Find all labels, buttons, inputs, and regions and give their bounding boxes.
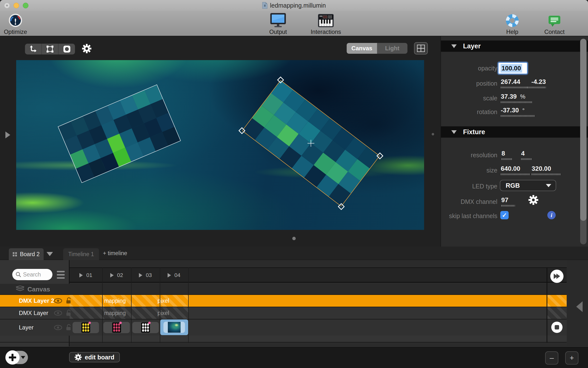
collapse-left-arrow[interactable]: [576, 301, 583, 312]
board-tab-menu-caret[interactable]: [47, 252, 53, 256]
lock-open-icon[interactable]: [66, 324, 72, 331]
size-width-field[interactable]: 640.00: [501, 165, 530, 175]
dmx-layer-2-quad-selected[interactable]: [242, 80, 380, 207]
media-cell-dots-yellow[interactable]: [73, 322, 99, 333]
canvas-preview[interactable]: [16, 60, 424, 230]
position-y-field[interactable]: -4.23: [527, 78, 546, 88]
led-type-dropdown[interactable]: RGB: [500, 180, 556, 191]
move-tool-button[interactable]: [25, 44, 42, 54]
stop-button[interactable]: [551, 322, 563, 333]
resolution-y-field[interactable]: 4: [521, 150, 531, 160]
column-header-04[interactable]: 04: [160, 268, 188, 283]
board-panel: Board 2 Timeline 1 + timeline 01 02 03 0…: [0, 247, 588, 347]
layer-row-label: DMX Layer 2: [19, 297, 54, 304]
lifebuoy-icon: [505, 14, 519, 27]
optimize-button[interactable]: Optimize: [0, 12, 34, 35]
play-column-icon[interactable]: [168, 273, 171, 277]
remove-column-button[interactable]: –: [545, 351, 558, 365]
position-x-field[interactable]: 267.44: [501, 78, 527, 88]
add-layer-button[interactable]: [5, 350, 20, 365]
column-divider: [188, 267, 189, 343]
resolution-x-field[interactable]: 8: [502, 150, 512, 160]
scale-label: scale: [441, 95, 497, 102]
layer-row-dmx-layer[interactable]: DMX Layer pixel mapping: [0, 307, 567, 319]
dmx-layer-quad[interactable]: [58, 84, 181, 183]
layer-section-header[interactable]: Layer: [441, 40, 588, 52]
visibility-eye-icon[interactable]: [54, 325, 62, 330]
skip-last-channels-label: skip last channels: [441, 212, 497, 220]
help-button[interactable]: Help: [494, 12, 531, 35]
canvas-page-indicator[interactable]: [292, 237, 296, 240]
gear-icon: [528, 195, 539, 205]
led-type-label: LED type: [441, 183, 497, 190]
group-row-canvas[interactable]: Canvas: [0, 284, 567, 295]
dot-grid-thumbnail: [112, 322, 121, 333]
chevron-down-icon: [546, 184, 551, 187]
opacity-label: opacity: [441, 65, 497, 72]
search-box[interactable]: [12, 269, 52, 280]
size-height-field[interactable]: 320.00: [532, 165, 561, 175]
column-header-02[interactable]: 02: [102, 268, 131, 283]
collapse-triangle-icon: [451, 130, 457, 134]
dot-grid-thumbnail: [141, 322, 150, 333]
panel-scrollbar-thumb[interactable]: [580, 39, 587, 221]
column-divider: [131, 267, 132, 343]
dmx-channel-field[interactable]: 97: [501, 196, 515, 207]
contact-button[interactable]: Contact: [536, 12, 573, 35]
visibility-eye-icon[interactable]: [54, 310, 62, 316]
clip-cell-master[interactable]: [547, 307, 567, 319]
row-divider: [0, 319, 567, 319]
dmx-settings-button[interactable]: [528, 195, 539, 206]
column-divider: [102, 267, 103, 343]
corner-warp-tool-button[interactable]: [42, 44, 59, 54]
play-column-icon[interactable]: [79, 273, 83, 277]
canvas-settings-button[interactable]: [81, 43, 93, 54]
display-icon: [270, 13, 286, 27]
left-panel-expand-arrow[interactable]: [5, 131, 10, 138]
mask-tool-button[interactable]: [59, 44, 75, 54]
column-header-01[interactable]: 01: [70, 268, 102, 283]
size-label: size: [441, 167, 497, 174]
board-right-gutter: [567, 260, 588, 346]
media-cell-selected[interactable]: [160, 319, 188, 335]
edit-board-button[interactable]: edit board: [69, 352, 120, 362]
plus-icon: [9, 354, 16, 361]
play-column-icon[interactable]: [110, 273, 114, 277]
output-button[interactable]: Output: [260, 12, 296, 35]
tab-board-2[interactable]: Board 2: [9, 248, 44, 260]
gear-icon: [74, 354, 82, 361]
media-cell-dots-red[interactable]: [103, 322, 130, 333]
fast-forward-button[interactable]: [550, 270, 564, 283]
corner-handle[interactable]: [376, 152, 383, 159]
scale-field[interactable]: 37.39%: [501, 93, 533, 103]
board-menu-button[interactable]: [57, 271, 65, 279]
clip-cells[interactable]: pixel mapping: [70, 307, 188, 319]
visibility-eye-icon[interactable]: [54, 298, 62, 303]
media-cell-dots-white[interactable]: [132, 322, 159, 333]
add-timeline-button[interactable]: + timeline: [103, 250, 127, 257]
millumin-window: ledmapping.millumin Optimize: [0, 0, 588, 368]
board-tab-bar: Board 2 Timeline 1 + timeline: [0, 247, 588, 260]
light-view-tab[interactable]: Light: [377, 43, 407, 54]
layer-row-layer[interactable]: Layer: [0, 319, 567, 336]
tab-timeline-1[interactable]: Timeline 1: [63, 248, 99, 260]
info-icon[interactable]: i: [547, 211, 556, 219]
clip-cells[interactable]: pixel mapping: [70, 295, 188, 307]
rotation-field[interactable]: -37.30°: [501, 106, 535, 117]
search-input[interactable]: [23, 271, 48, 278]
play-column-icon[interactable]: [139, 273, 142, 277]
workspace-layout-button[interactable]: [414, 42, 428, 54]
layer-row-label: DMX Layer: [19, 310, 48, 316]
interactions-button[interactable]: Interactions: [307, 12, 344, 35]
board-grid-icon: [13, 252, 17, 256]
clip-cell-master[interactable]: [547, 295, 567, 307]
canvas-tool-segmented-control: [25, 44, 75, 54]
layer-row-dmx-layer-2[interactable]: DMX Layer 2 pixel mapping: [0, 295, 567, 307]
opacity-input[interactable]: 100.00: [498, 62, 528, 74]
add-column-button[interactable]: +: [565, 351, 578, 365]
fixture-section-header[interactable]: Fixture: [441, 126, 588, 138]
column-header-03[interactable]: 03: [131, 268, 160, 283]
canvas-view-tab[interactable]: Canvas: [347, 43, 377, 54]
skip-last-channels-checkbox[interactable]: [500, 211, 509, 219]
right-divider-dot[interactable]: [432, 133, 434, 135]
